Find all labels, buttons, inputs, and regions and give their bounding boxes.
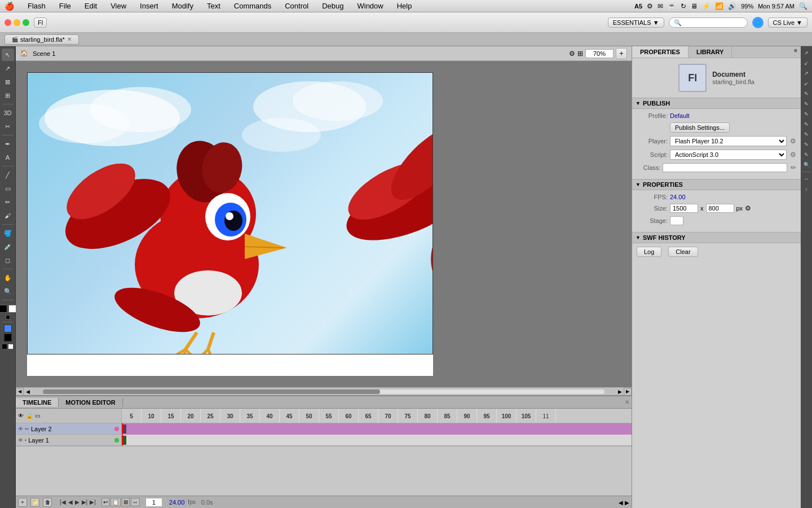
layer-1-dot[interactable]: • bbox=[25, 437, 27, 443]
log-button[interactable]: Log bbox=[637, 247, 661, 257]
publish-settings-button[interactable]: Publish Settings... bbox=[670, 122, 730, 133]
horizontal-scrollbar[interactable]: ◀ ◀ ▶ ▶ bbox=[16, 387, 632, 395]
layer-1-frames[interactable] bbox=[122, 435, 632, 445]
swap-colors[interactable] bbox=[6, 315, 10, 319]
menu-insert[interactable]: Insert bbox=[138, 2, 161, 10]
rt-tool-12[interactable]: 🔍 bbox=[802, 160, 811, 169]
player-select[interactable]: Flash Player 10.2 Flash Player 10.1 Flas… bbox=[670, 136, 787, 146]
stroke-color[interactable] bbox=[0, 305, 7, 313]
canvas-fullscreen-icon[interactable]: ⊞ bbox=[577, 50, 583, 58]
mini-swatch-white[interactable] bbox=[8, 344, 14, 349]
menu-control[interactable]: Control bbox=[283, 2, 311, 10]
layer-2-info[interactable]: 👁 ✏ Layer 2 bbox=[16, 423, 122, 434]
minimize-button[interactable] bbox=[14, 19, 20, 26]
rt-tool-3[interactable]: ↗ bbox=[802, 69, 811, 78]
menu-modify[interactable]: Modify bbox=[170, 2, 196, 10]
scrollbar-track[interactable] bbox=[43, 389, 604, 394]
props-section-header[interactable]: ▼ PROPERTIES bbox=[632, 179, 801, 190]
rt-tool-1[interactable]: ↗ bbox=[802, 49, 811, 58]
paint-bucket-tool[interactable]: 🪣 bbox=[2, 227, 14, 239]
lock-icon[interactable]: 🔒 bbox=[26, 413, 33, 419]
menu-file[interactable]: File bbox=[57, 2, 73, 10]
eraser-tool[interactable]: ◻ bbox=[2, 254, 14, 266]
cs-live-button[interactable]: CS Live ▼ bbox=[768, 17, 807, 28]
flash-home-button[interactable]: Fl bbox=[34, 17, 47, 28]
menu-commands[interactable]: Commands bbox=[232, 2, 273, 10]
properties-tab[interactable]: PROPERTIES bbox=[632, 46, 689, 58]
close-button[interactable] bbox=[5, 19, 11, 26]
stage-color-picker[interactable] bbox=[670, 216, 683, 225]
publish-section-header[interactable]: ▼ PUBLISH bbox=[632, 98, 801, 109]
layer-2-name[interactable]: Layer 2 bbox=[31, 426, 113, 432]
go-to-end-button[interactable]: ▶| bbox=[90, 499, 96, 505]
clear-button[interactable]: Clear bbox=[668, 247, 698, 257]
fps-value-display[interactable]: 24.00 bbox=[670, 194, 686, 200]
width-input[interactable] bbox=[670, 204, 698, 213]
profile-value[interactable]: Default bbox=[670, 112, 690, 119]
3d-tool[interactable]: 3D bbox=[2, 107, 14, 119]
rt-tool-8[interactable]: ✎ bbox=[802, 120, 811, 129]
scrollbar-thumb[interactable] bbox=[43, 389, 380, 394]
class-pencil-icon[interactable]: ✏ bbox=[791, 164, 796, 172]
scroll-left-arrow[interactable]: ◀ bbox=[24, 388, 32, 396]
script-select[interactable]: ActionScript 3.0 ActionScript 2.0 bbox=[670, 150, 787, 160]
zoom-in-button[interactable]: + bbox=[616, 48, 627, 59]
select-tool[interactable]: ↖ bbox=[2, 49, 14, 61]
line-tool[interactable]: ╱ bbox=[2, 169, 14, 181]
essentials-dropdown[interactable]: ESSENTIALS ▼ bbox=[608, 17, 664, 28]
zoom-input[interactable] bbox=[585, 49, 614, 58]
search-icon[interactable]: 🔍 bbox=[799, 2, 807, 10]
rt-tool-10[interactable]: ✎ bbox=[802, 140, 811, 149]
frame-tool-2[interactable]: 📋 bbox=[111, 498, 121, 506]
layer-1-name[interactable]: Layer 1 bbox=[28, 437, 113, 444]
new-layer-button[interactable]: + bbox=[18, 498, 27, 507]
rt-tool-4[interactable]: ↙ bbox=[802, 79, 811, 88]
zoom-tool[interactable]: 🔍 bbox=[2, 285, 14, 297]
new-folder-button[interactable]: 📁 bbox=[30, 498, 39, 507]
menu-window[interactable]: Window bbox=[355, 2, 385, 10]
lasso-tool[interactable]: ✂ bbox=[2, 120, 14, 133]
text-tool[interactable]: A bbox=[2, 151, 14, 164]
outline-icon[interactable]: ▭ bbox=[35, 413, 40, 419]
timeline-scroll-left[interactable]: ◀ bbox=[619, 500, 623, 506]
tab-close-button[interactable]: ✕ bbox=[67, 36, 72, 42]
panel-collapse-button[interactable]: ≡ bbox=[791, 46, 801, 58]
scroll-left-button[interactable]: ◀ bbox=[16, 388, 24, 396]
menu-flash[interactable]: Flash bbox=[25, 2, 48, 10]
stage-canvas[interactable] bbox=[27, 72, 433, 376]
rt-tool-5[interactable]: ✎ bbox=[802, 89, 811, 98]
apple-menu[interactable]: 🍎 bbox=[5, 2, 14, 11]
layer-2-eye[interactable]: 👁 bbox=[18, 426, 23, 432]
rt-tool-2[interactable]: ↙ bbox=[802, 59, 811, 68]
black-color-swatch[interactable] bbox=[4, 334, 12, 341]
size-settings-icon[interactable]: ⚙ bbox=[745, 204, 751, 212]
rt-tool-11[interactable]: ✎ bbox=[802, 150, 811, 159]
menu-help[interactable]: Help bbox=[395, 2, 414, 10]
eyedropper-tool[interactable]: 💉 bbox=[2, 240, 14, 253]
canvas-options-icon[interactable]: ⚙ bbox=[569, 50, 575, 58]
scroll-right-button[interactable]: ▶ bbox=[624, 388, 632, 396]
scroll-right-arrow[interactable]: ▶ bbox=[616, 388, 624, 396]
layer-1-eye[interactable]: 👁 bbox=[18, 437, 23, 443]
blue-color-swatch[interactable] bbox=[4, 325, 12, 332]
eye-icon[interactable]: 👁 bbox=[18, 413, 24, 419]
timeline-tab[interactable]: TIMELINE bbox=[16, 398, 59, 407]
layer-1-info[interactable]: 👁 • Layer 1 bbox=[16, 435, 122, 445]
go-to-start-button[interactable]: |◀ bbox=[60, 499, 66, 505]
mini-swatch-black[interactable] bbox=[2, 344, 7, 349]
brush-tool[interactable]: 🖌 bbox=[2, 209, 14, 222]
layer-2-lock[interactable]: ✏ bbox=[25, 426, 29, 432]
rect-tool[interactable]: ▭ bbox=[2, 182, 14, 195]
menu-view[interactable]: View bbox=[108, 2, 129, 10]
library-tab[interactable]: LIBRARY bbox=[689, 46, 732, 58]
frame-tool-1[interactable]: ↩ bbox=[102, 498, 109, 506]
play-button[interactable]: ▶ bbox=[75, 499, 80, 505]
pencil-tool[interactable]: ✏ bbox=[2, 196, 14, 208]
step-forward-button[interactable]: ▶| bbox=[82, 499, 88, 505]
frame-tool-4[interactable]: ↔ bbox=[131, 498, 140, 506]
frame-tool-3[interactable]: ⊞ bbox=[122, 498, 130, 506]
gradient-tool[interactable]: ⊞ bbox=[2, 89, 14, 102]
document-tab[interactable]: 🎬 starling_bird.fla* ✕ bbox=[5, 34, 79, 45]
pen-tool[interactable]: ✒ bbox=[2, 138, 14, 150]
timeline-close-button[interactable]: ✕ bbox=[625, 399, 629, 405]
